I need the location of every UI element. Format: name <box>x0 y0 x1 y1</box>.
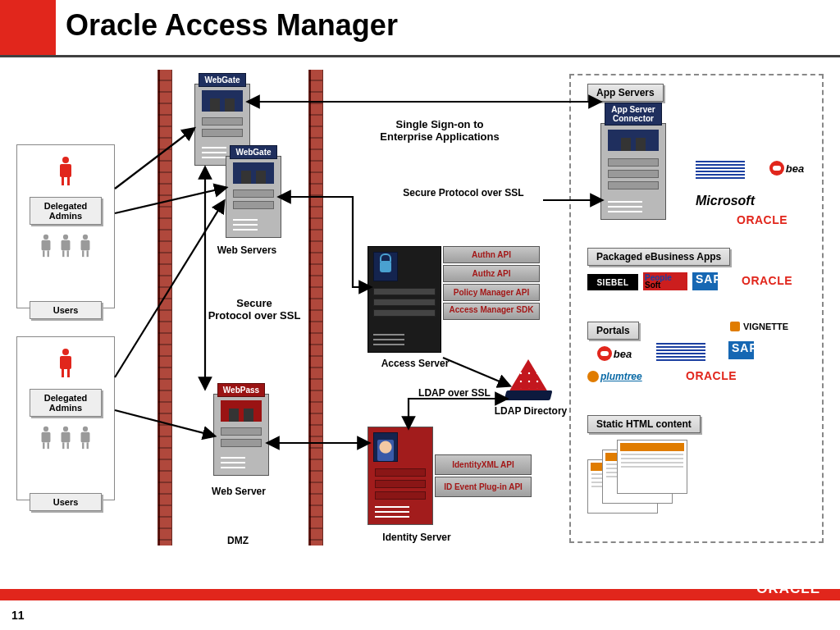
webgate-tag: WebGate <box>199 73 246 87</box>
user-icon <box>40 235 52 257</box>
identity-api-list: IdentityXML API ID Event Plug-in API <box>435 454 532 499</box>
footer-oracle-logo: ORACLE <box>756 581 820 597</box>
sap-logo: SAP <box>728 341 771 359</box>
users-trio <box>17 423 114 452</box>
bea-logo: bea <box>596 345 633 363</box>
slide-title: Oracle Access Manager <box>66 8 398 43</box>
secure-ssl-caption: Secure Protocol over SSL <box>377 187 550 199</box>
app-servers-heading: App Servers <box>587 84 664 102</box>
webgate-server-2: WebGate <box>226 156 281 238</box>
webgate-tag: WebGate <box>230 145 277 159</box>
firewall-right <box>308 70 323 546</box>
identity-server <box>368 427 433 525</box>
access-api-list: Authn API Authz API Policy Manager API A… <box>443 246 540 322</box>
slide-stage: Oracle Access Manager Delegated Admins U… <box>0 0 840 630</box>
user-group-top: Delegated Admins Users <box>16 144 115 308</box>
web-servers-caption: Web Servers <box>202 244 292 256</box>
lock-icon <box>373 252 398 281</box>
api-row: IdentityXML API <box>435 454 532 475</box>
api-row: ID Event Plug-in API <box>435 477 532 497</box>
users-label: Users <box>30 301 102 319</box>
footer-bar <box>0 589 840 600</box>
identity-server-caption: Identity Server <box>368 532 466 543</box>
user-icon <box>80 427 91 449</box>
admin-icon <box>58 157 73 185</box>
ibm-logo <box>696 161 745 179</box>
vignette-logo: VIGNETTE <box>730 322 788 331</box>
secure-protocol-caption: Secure Protocol over SSL <box>202 297 307 322</box>
oracle-logo: ORACLE <box>742 274 792 287</box>
oracle-logo: ORACLE <box>737 213 788 226</box>
ibm-logo <box>656 343 705 361</box>
ldap-directory-icon <box>505 358 551 400</box>
user-icon <box>80 235 91 257</box>
oracle-logo: ORACLE <box>686 369 737 382</box>
portals-heading: Portals <box>587 322 639 340</box>
bea-logo: bea <box>768 159 806 177</box>
peoplesoft-logo: PeopleSoft <box>643 272 687 290</box>
svg-line-0 <box>115 131 190 189</box>
identity-photo-icon <box>373 432 398 462</box>
brand-square <box>0 0 56 57</box>
api-row: Authz API <box>443 265 540 282</box>
user-icon <box>40 427 52 449</box>
sap-logo: SAP <box>692 272 735 290</box>
api-row: Policy Manager API <box>443 284 540 301</box>
delegated-admins-label: Delegated Admins <box>30 197 102 225</box>
webpass-tag: WebPass <box>217 383 265 397</box>
delegated-admins-label: Delegated Admins <box>30 389 102 417</box>
siebel-logo: SIEBEL <box>587 274 638 290</box>
users-label: Users <box>30 493 102 511</box>
access-server <box>368 246 441 353</box>
static-html-heading: Static HTML content <box>587 415 701 433</box>
user-icon <box>60 235 71 257</box>
webpass-server: WebPass <box>213 394 269 476</box>
packaged-apps-heading: Packaged eBusiness Apps <box>587 248 730 266</box>
ldap-ssl-caption: LDAP over SSL <box>405 387 504 399</box>
connector-tag: App Server Connector <box>605 103 662 126</box>
app-server-connector: App Server Connector <box>600 123 666 220</box>
user-icon <box>60 427 71 449</box>
users-trio <box>17 231 114 260</box>
dmz-caption: DMZ <box>205 535 271 546</box>
admin-icon <box>58 349 73 377</box>
web-server-caption: Web Server <box>194 486 284 497</box>
title-underline <box>0 55 840 57</box>
plumtree-logo: plumtree <box>587 371 642 382</box>
user-group-bottom: Delegated Admins Users <box>16 336 115 500</box>
sso-caption: Single Sign-on to Enterprise Application… <box>358 118 522 143</box>
api-row: Authn API <box>443 246 540 263</box>
slide-number: 11 <box>11 609 25 622</box>
api-row: Access Manager SDK <box>443 303 540 320</box>
firewall-left <box>158 70 172 546</box>
microsoft-logo: Microsoft <box>696 194 755 208</box>
ldap-directory-caption: LDAP Directory <box>494 405 568 417</box>
access-server-caption: Access Server <box>366 358 464 369</box>
